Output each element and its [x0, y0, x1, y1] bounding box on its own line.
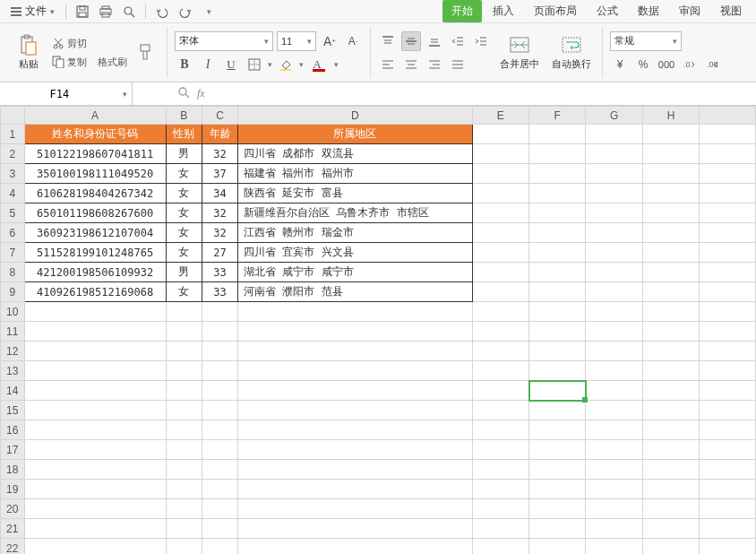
cell[interactable] — [166, 322, 202, 342]
table-data-cell[interactable]: 510122198607041811 — [24, 144, 166, 164]
cell[interactable] — [529, 125, 586, 144]
cell[interactable] — [202, 420, 237, 440]
redo-icon[interactable] — [175, 2, 196, 22]
align-right-button[interactable] — [425, 55, 444, 74]
cell[interactable] — [529, 322, 586, 342]
cell[interactable] — [700, 539, 756, 555]
cell[interactable] — [642, 381, 699, 401]
cell[interactable] — [700, 302, 756, 322]
paste-button[interactable]: 粘贴 — [14, 28, 43, 78]
row-header[interactable]: 2 — [1, 144, 25, 164]
cell[interactable] — [166, 539, 202, 555]
bold-button[interactable]: B — [175, 55, 194, 74]
table-data-cell[interactable]: 女 — [166, 243, 202, 263]
increase-indent-button[interactable] — [471, 31, 491, 51]
search-icon[interactable] — [177, 86, 190, 101]
col-header-E[interactable]: E — [472, 107, 528, 125]
cell[interactable] — [700, 361, 756, 381]
cell[interactable] — [166, 460, 202, 480]
row-header[interactable]: 7 — [1, 243, 25, 263]
align-left-button[interactable] — [378, 55, 398, 74]
select-all-corner[interactable] — [1, 107, 25, 125]
cell[interactable] — [700, 322, 756, 342]
copy-button[interactable]: 复制 — [48, 54, 90, 71]
cell[interactable] — [238, 499, 472, 519]
cell[interactable] — [586, 282, 643, 302]
row-header[interactable]: 10 — [1, 302, 25, 322]
cell[interactable] — [586, 223, 643, 243]
name-box-input[interactable] — [0, 88, 119, 100]
col-header-D[interactable]: D — [238, 107, 472, 125]
row-header[interactable]: 9 — [1, 282, 25, 302]
formula-input[interactable] — [212, 88, 756, 100]
table-data-cell[interactable]: 江西省 赣州市 瑞金市 — [238, 223, 472, 243]
cell[interactable] — [529, 282, 586, 302]
cell[interactable] — [529, 263, 586, 282]
cell[interactable] — [586, 361, 643, 381]
increase-font-button[interactable]: A+ — [320, 31, 339, 51]
cell[interactable] — [586, 440, 643, 460]
cell[interactable] — [529, 420, 586, 440]
table-data-cell[interactable]: 河南省 濮阳市 范县 — [238, 282, 472, 302]
cell[interactable] — [700, 223, 756, 243]
cell[interactable] — [642, 223, 699, 243]
cell[interactable] — [586, 184, 643, 203]
number-format-select[interactable]: 常规 ▾ — [610, 31, 682, 51]
spreadsheet-grid[interactable]: A B C D E F G H 1姓名和身份证号码性别年龄所属地区2510122… — [0, 106, 756, 554]
row-header[interactable]: 3 — [1, 164, 25, 184]
tab-view[interactable]: 视图 — [711, 0, 751, 22]
cell[interactable] — [529, 144, 586, 164]
comma-button[interactable]: 000 — [657, 55, 676, 74]
cell[interactable] — [24, 499, 166, 519]
cell[interactable] — [642, 125, 699, 144]
table-data-cell[interactable]: 350100198111049520 — [24, 164, 166, 184]
cell[interactable] — [472, 203, 528, 223]
cell[interactable] — [700, 125, 756, 144]
cell[interactable] — [642, 342, 699, 361]
cell[interactable] — [586, 381, 643, 401]
cell[interactable] — [24, 302, 166, 322]
cell[interactable] — [700, 381, 756, 401]
cell[interactable] — [202, 302, 237, 322]
chevron-down-icon[interactable]: ▾ — [119, 90, 132, 99]
decrease-font-button[interactable]: A- — [343, 31, 363, 51]
row-header[interactable]: 22 — [1, 539, 25, 555]
cell[interactable] — [700, 282, 756, 302]
cell[interactable] — [586, 322, 643, 342]
cell[interactable] — [642, 460, 699, 480]
cell[interactable] — [166, 499, 202, 519]
table-data-cell[interactable]: 女 — [166, 203, 202, 223]
cell[interactable] — [238, 401, 472, 420]
cell[interactable] — [586, 263, 643, 282]
cell[interactable] — [586, 203, 643, 223]
row-header[interactable]: 14 — [1, 381, 25, 401]
justify-button[interactable] — [448, 55, 468, 74]
cell[interactable] — [700, 342, 756, 361]
cell[interactable] — [472, 440, 528, 460]
cell[interactable] — [586, 164, 643, 184]
cell[interactable] — [166, 480, 202, 499]
cell[interactable] — [202, 361, 237, 381]
align-middle-button[interactable] — [401, 31, 421, 51]
cell[interactable] — [586, 420, 643, 440]
cell[interactable] — [238, 480, 472, 499]
cell[interactable] — [700, 184, 756, 203]
table-data-cell[interactable]: 四川省 宜宾市 兴文县 — [238, 243, 472, 263]
cell[interactable] — [166, 440, 202, 460]
increase-decimal-button[interactable]: .0 — [680, 55, 700, 74]
cell[interactable] — [529, 460, 586, 480]
cell[interactable] — [586, 125, 643, 144]
table-header-cell[interactable]: 姓名和身份证号码 — [24, 125, 166, 144]
cell[interactable] — [24, 519, 166, 539]
cell[interactable] — [642, 203, 699, 223]
cell[interactable] — [642, 539, 699, 555]
table-data-cell[interactable]: 女 — [166, 184, 202, 203]
row-header[interactable]: 8 — [1, 263, 25, 282]
cell[interactable] — [472, 342, 528, 361]
cell[interactable] — [472, 302, 528, 322]
cell[interactable] — [472, 322, 528, 342]
cell[interactable] — [642, 499, 699, 519]
table-data-cell[interactable]: 女 — [166, 282, 202, 302]
cell[interactable] — [529, 361, 586, 381]
tab-formula[interactable]: 公式 — [588, 0, 627, 22]
